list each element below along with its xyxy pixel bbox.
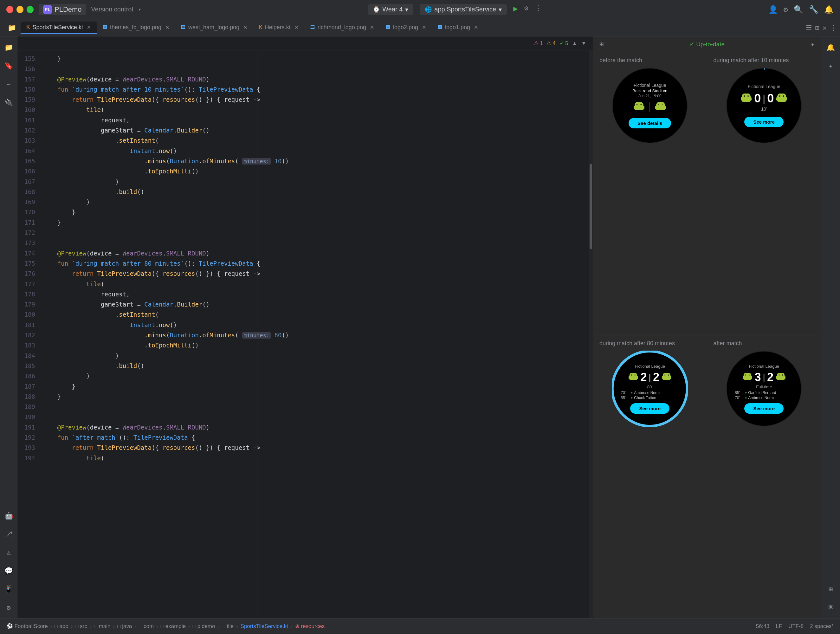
minimize-button[interactable]: [16, 6, 24, 13]
more-run-options-icon[interactable]: ⋮: [535, 4, 542, 15]
svg-rect-36: [636, 376, 638, 379]
see-more-button-80min[interactable]: See more: [630, 403, 669, 414]
preview-settings-icon[interactable]: ✦: [810, 40, 815, 48]
svg-point-53: [782, 375, 783, 376]
tab-close-icon[interactable]: ✕: [422, 24, 426, 30]
split-editor-icon[interactable]: ⊞: [815, 24, 819, 32]
bc-java[interactable]: □ java: [117, 623, 132, 629]
code-line-166: .toEpochMilli(): [39, 166, 593, 176]
tab-west-ham-logo[interactable]: 🖼 west_ham_logo.png ✕: [175, 22, 253, 34]
sidebar-android-icon[interactable]: 🤖: [3, 509, 14, 522]
search-icon[interactable]: 🔍: [794, 5, 803, 14]
right-sidebar-preview-icon[interactable]: 👁: [825, 601, 837, 613]
tab-logo2[interactable]: 🖼 logo2.png ✕: [380, 22, 432, 34]
right-sidebar-notifications-icon[interactable]: 🔔: [825, 41, 837, 53]
see-details-button[interactable]: See details: [628, 118, 671, 128]
service-selector[interactable]: 🌐 app.SportsTileService ▾: [420, 4, 507, 15]
svg-rect-51: [777, 375, 785, 380]
bc-src[interactable]: □ src: [75, 623, 87, 629]
wear-selector[interactable]: ⌚ Wear 4 ▾: [368, 4, 413, 15]
code-line-158: fun `during match after 10 minutes`(): T…: [39, 84, 593, 95]
plugins-icon[interactable]: 🔧: [809, 5, 818, 14]
tab-themes-logo[interactable]: 🖼 themes_fc_logo.png ✕: [97, 22, 175, 34]
svg-point-20: [744, 95, 745, 97]
tab-close-icon[interactable]: ✕: [165, 24, 169, 30]
code-line-176: return TilePreviewData({ resources() }) …: [39, 269, 593, 279]
watch-before-match: Fictional League Back road Stadium Jun 2…: [612, 68, 688, 144]
tab-icon-img: 🖼: [437, 24, 442, 30]
tab-file-explorer[interactable]: 📁: [3, 21, 21, 34]
run-button[interactable]: ▶: [513, 4, 518, 15]
version-control-label[interactable]: Version control: [91, 6, 133, 13]
close-editor-icon[interactable]: ✕: [823, 24, 827, 32]
notifications-icon[interactable]: 🔔: [824, 5, 834, 14]
cursor-position[interactable]: 56:43: [756, 623, 770, 629]
scorer-name: Ambrose Norm: [748, 395, 774, 400]
sidebar-git-icon[interactable]: ⎇: [3, 528, 14, 540]
score-divider-after: |: [763, 372, 765, 382]
code-line-179: gameStart = Calendar.Builder(): [39, 299, 593, 309]
charset[interactable]: UTF-8: [788, 623, 804, 629]
collapse-warnings-icon[interactable]: ▼: [581, 40, 586, 47]
settings-icon[interactable]: ⚙: [783, 5, 788, 14]
tabs-menu-icon[interactable]: ☰: [806, 24, 812, 32]
preview-layout-icon[interactable]: ⊞: [599, 40, 603, 48]
tab-close-icon[interactable]: ✕: [370, 24, 374, 30]
tab-close-icon[interactable]: ✕: [474, 24, 478, 30]
sidebar-device-icon[interactable]: 📱: [3, 583, 14, 595]
bc-file[interactable]: SportsTileService.kt: [241, 623, 289, 629]
bc-pldemo[interactable]: □ pldemo: [193, 623, 215, 629]
profile-icon[interactable]: 👤: [768, 5, 778, 14]
svg-point-39: [665, 375, 666, 376]
sidebar-bookmarks-icon[interactable]: 🔖: [3, 60, 14, 72]
svg-rect-28: [776, 97, 778, 101]
error-count-badge[interactable]: ⚠ 1: [534, 40, 543, 47]
sidebar-messages-icon[interactable]: 💬: [3, 564, 14, 577]
close-button[interactable]: [6, 6, 13, 13]
watch-80min: Fictional League 2 |: [612, 351, 688, 427]
line-endings[interactable]: LF: [776, 623, 782, 629]
maximize-button[interactable]: [27, 6, 33, 13]
sidebar-settings-icon[interactable]: ⚙: [3, 601, 14, 613]
svg-rect-25: [777, 97, 786, 102]
svg-rect-38: [663, 375, 671, 380]
code-line-185: .build(): [39, 361, 593, 371]
tab-close-icon[interactable]: ✕: [87, 24, 91, 30]
tab-logo1[interactable]: 🖼 logo1.png ✕: [432, 22, 484, 34]
bc-tile[interactable]: □ tile: [222, 623, 234, 629]
tab-close-icon[interactable]: ✕: [243, 24, 247, 30]
sidebar-problems-icon[interactable]: ⚠: [3, 546, 14, 558]
right-sidebar-diff-icon[interactable]: ⊞: [825, 583, 837, 595]
tabs-more-icon[interactable]: ⋮: [830, 24, 837, 32]
see-more-button-10min[interactable]: See more: [744, 117, 783, 127]
code-line-172: [39, 228, 593, 238]
sidebar-project-icon[interactable]: 📁: [3, 41, 14, 53]
info-count-badge[interactable]: ✓ 5: [559, 40, 568, 47]
watch-after-match: Fictional League 3 |: [726, 351, 802, 427]
bc-example[interactable]: □ example: [161, 623, 186, 629]
preview-icons: ⊞: [599, 40, 603, 48]
tab-close-icon[interactable]: ✕: [294, 24, 298, 30]
code-line-155: }: [39, 54, 593, 64]
code-line-190: [39, 412, 593, 422]
sidebar-plugins-icon[interactable]: 🔌: [3, 96, 14, 108]
tab-sports-tile-service[interactable]: K SportsTileService.kt ✕: [21, 22, 97, 34]
bc-com[interactable]: □ com: [139, 623, 154, 629]
debug-icon[interactable]: ⚙: [524, 4, 528, 15]
bc-main[interactable]: □ main: [94, 623, 111, 629]
bc-resources[interactable]: ⊕ resources: [295, 623, 325, 629]
app-name-badge[interactable]: PL PLDemo: [39, 4, 86, 15]
bc-football-score[interactable]: ⚽ FootballScore: [6, 623, 48, 629]
tab-richmond-logo[interactable]: 🖼 richmond_logo.png ✕: [304, 22, 380, 34]
svg-rect-45: [743, 375, 751, 380]
sidebar-more-icon[interactable]: ⋯: [3, 78, 14, 90]
code-line-192: fun `after match`(): TilePreviewData {: [39, 432, 593, 443]
right-sidebar-ai-icon[interactable]: ✦: [825, 60, 837, 72]
tab-helpers[interactable]: K Helpers.kt ✕: [253, 22, 304, 34]
warning-count-badge[interactable]: ⚠ 4: [546, 40, 555, 47]
indent[interactable]: 2 spaces*: [810, 623, 834, 629]
svg-rect-32: [629, 375, 637, 380]
expand-warnings-icon[interactable]: ▲: [572, 40, 577, 47]
bc-app[interactable]: □ app: [55, 623, 68, 629]
see-more-button-after[interactable]: See more: [744, 403, 783, 414]
